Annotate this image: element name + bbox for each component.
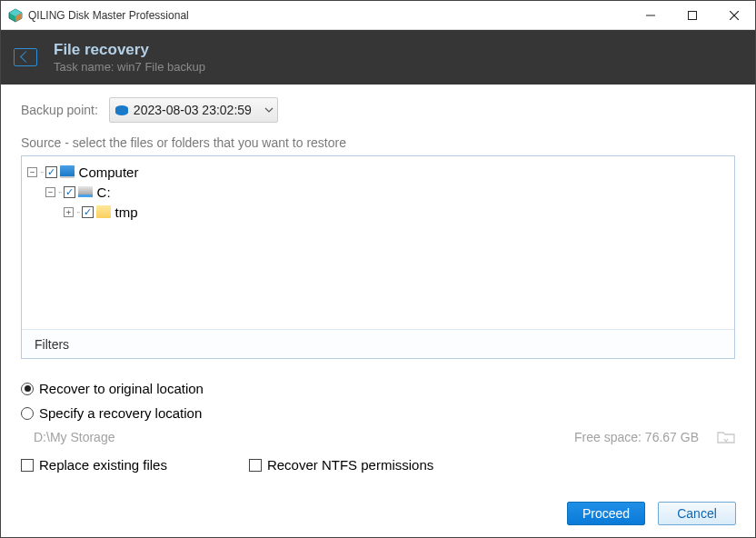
radio-label: Specify a recovery location [39,405,202,421]
tree-label: tmp [115,204,138,220]
recovery-path: D:\My Storage [34,430,574,444]
radio-icon [21,407,34,420]
tree-label: C: [97,184,111,200]
radio-label: Recover to original location [39,381,204,396]
backup-point-dropdown[interactable]: 2023-08-03 23:02:59 [109,97,278,123]
window-title: QILING Disk Master Professional [28,9,630,22]
disk-icon [115,105,128,115]
folder-icon [96,205,111,218]
checkbox-replace-existing[interactable]: Replace existing files [21,457,167,473]
source-label: Source - select the files or folders tha… [21,135,735,150]
backup-point-value: 2023-08-03 23:02:59 [134,103,252,117]
app-icon [8,8,23,23]
checkbox-drive[interactable]: ✓ [64,186,75,198]
page-title: File recovery [54,41,205,59]
maximize-button[interactable] [671,1,713,29]
tree-label: Computer [79,164,139,180]
title-bar: QILING Disk Master Professional [1,1,755,30]
computer-icon [60,165,75,178]
options-row: Replace existing files Recover NTFS perm… [21,457,735,473]
minimize-button[interactable] [630,1,671,29]
backup-point-label: Backup point: [21,103,98,117]
footer-buttons: Proceed Cancel [567,502,736,525]
collapse-icon[interactable]: − [45,187,55,197]
collapse-icon[interactable]: − [27,167,37,177]
radio-specify-location[interactable]: Specify a recovery location [21,405,735,421]
checkbox-icon [21,459,34,472]
radio-icon [21,383,34,395]
task-name-label: Task name: win7 File backup [54,60,205,74]
source-tree-container: − ·· ✓ Computer − ·· ✓ C: + ·· ✓ tmp [21,155,735,359]
checkbox-folder[interactable]: ✓ [82,206,94,218]
cancel-button[interactable]: Cancel [658,502,736,525]
checkbox-icon [249,459,262,472]
page-header: File recovery Task name: win7 File backu… [1,30,755,85]
chevron-down-icon [264,107,274,113]
tree-node-folder[interactable]: + ·· ✓ tmp [64,202,729,222]
recovery-path-row: D:\My Storage Free space: 76.67 GB [34,430,735,444]
checkbox-computer[interactable]: ✓ [45,166,57,178]
recovery-location-group: Recover to original location Specify a r… [21,381,735,444]
source-tree[interactable]: − ·· ✓ Computer − ·· ✓ C: + ·· ✓ tmp [22,156,734,227]
tree-node-computer[interactable]: − ·· ✓ Computer [27,162,729,182]
drive-icon [78,186,93,197]
window-controls [630,1,755,29]
free-space-label: Free space: 76.67 GB [574,430,699,444]
filters-bar[interactable]: Filters [22,329,734,358]
close-button[interactable] [713,1,755,29]
filters-label: Filters [35,337,69,352]
expand-icon[interactable]: + [64,207,74,217]
checkbox-recover-ntfs[interactable]: Recover NTFS permissions [249,457,433,473]
content: Backup point: 2023-08-03 23:02:59 Source… [1,85,755,485]
option-label: Recover NTFS permissions [267,457,433,473]
backup-point-row: Backup point: 2023-08-03 23:02:59 [21,97,735,123]
svg-rect-4 [689,11,697,19]
browse-folder-icon[interactable] [717,430,735,444]
proceed-button[interactable]: Proceed [567,502,645,525]
radio-original-location[interactable]: Recover to original location [21,381,735,396]
option-label: Replace existing files [39,457,167,473]
recovery-icon [14,48,37,66]
tree-node-drive[interactable]: − ·· ✓ C: [45,182,729,202]
